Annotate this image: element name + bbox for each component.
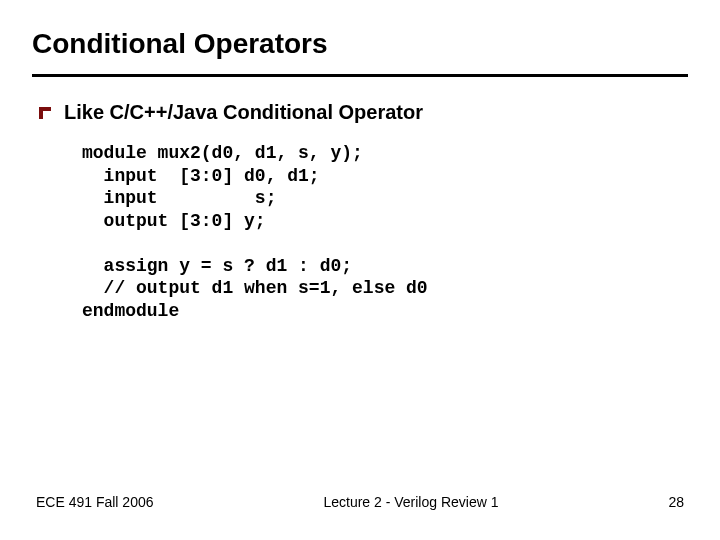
bullet-square-icon: [38, 106, 52, 120]
code-block: module mux2(d0, d1, s, y); input [3:0] d…: [82, 142, 688, 322]
slide-title: Conditional Operators: [32, 28, 688, 60]
footer-page: 28: [668, 494, 684, 510]
footer-left: ECE 491 Fall 2006: [36, 494, 154, 510]
bullet-text: Like C/C++/Java Conditional Operator: [64, 101, 423, 124]
slide: Conditional Operators Like C/C++/Java Co…: [0, 0, 720, 540]
title-divider: [32, 74, 688, 77]
slide-footer: ECE 491 Fall 2006 Lecture 2 - Verilog Re…: [0, 494, 720, 510]
svg-rect-4: [43, 111, 52, 120]
footer-center: Lecture 2 - Verilog Review 1: [154, 494, 669, 510]
bullet-item: Like C/C++/Java Conditional Operator: [38, 101, 688, 124]
